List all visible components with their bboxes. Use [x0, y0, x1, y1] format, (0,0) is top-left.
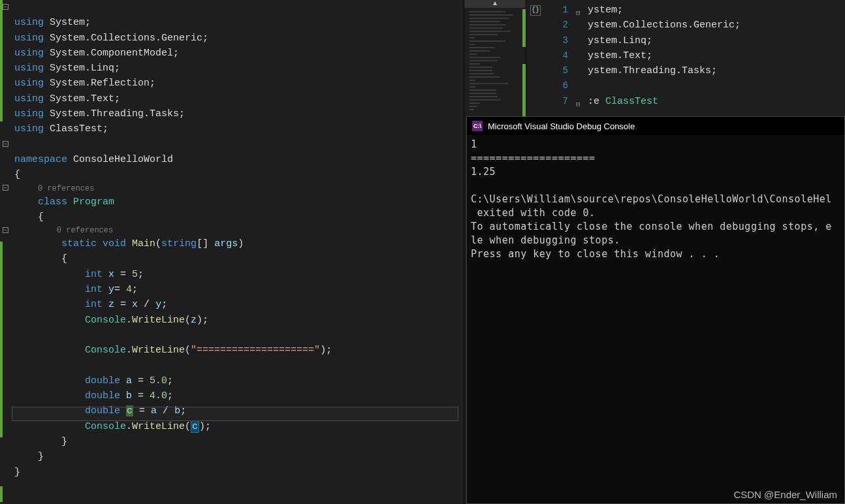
watermark-text: CSDN @Ender_William	[733, 489, 837, 500]
fold-icon[interactable]: −	[3, 185, 8, 191]
caret-line-highlight	[12, 407, 458, 421]
ns: System	[50, 17, 85, 28]
console-title-text: Microsoft Visual Studio Debug Console	[488, 121, 635, 131]
change-bar	[0, 242, 3, 437]
line-num: 5	[545, 63, 576, 78]
method-main: Main	[132, 238, 155, 249]
change-bar	[0, 0, 3, 121]
left-gutter: − − − −	[0, 0, 12, 504]
codelens[interactable]: 0 references	[14, 225, 464, 236]
fold-icon[interactable]: −	[3, 227, 8, 233]
fold-icon[interactable]: ⊟	[576, 97, 581, 112]
line-num: 7	[545, 94, 576, 109]
ns-name: ConsoleHelloWorld	[73, 154, 173, 165]
console-output: 1 ==================== 1.25 C:\Users\Wil…	[467, 135, 844, 264]
line-num: 3	[545, 33, 576, 48]
fold-icon[interactable]: −	[3, 141, 8, 147]
code-line: ystem;	[588, 3, 845, 18]
code-line: ystem.Threading.Tasks;	[588, 63, 845, 78]
code-line	[588, 78, 845, 93]
change-bar	[0, 486, 3, 502]
left-code-area[interactable]: using System; using System.Collections.G…	[12, 0, 464, 504]
code-line: ystem.Collections.Generic;	[588, 18, 845, 33]
line-num: 4	[545, 48, 576, 63]
kw-using: using	[14, 17, 44, 28]
left-editor-pane[interactable]: − − − − using System; using System.Colle…	[0, 0, 464, 504]
line-num: 6	[545, 78, 576, 93]
right-editor-pane[interactable]: {} 1⊟ystem; 2ystem.Collections.Generic; …	[526, 0, 845, 504]
minimap-change-marker	[522, 9, 526, 47]
line-num: 1	[545, 3, 576, 18]
minimap-body	[470, 9, 520, 112]
code-line: ystem.Text;	[588, 48, 845, 63]
minimap-change-marker	[522, 64, 526, 116]
console-titlebar[interactable]: C:\ Microsoft Visual Studio Debug Consol…	[467, 117, 844, 135]
codelens[interactable]: 0 references	[14, 183, 464, 195]
kw-namespace: namespace	[14, 154, 67, 165]
vs-console-icon: C:\	[472, 121, 483, 131]
caret-var: c	[191, 420, 199, 433]
code-line: :e ClassTest	[588, 94, 845, 109]
code-line: ystem.Linq;	[588, 33, 845, 48]
fold-icon[interactable]: −	[3, 4, 8, 10]
scroll-up-icon[interactable]: ▲	[464, 0, 526, 8]
class-name: Program	[73, 197, 114, 208]
line-num: 2	[545, 18, 576, 33]
scope-brace-icon[interactable]: {}	[530, 5, 541, 16]
debug-console-window[interactable]: C:\ Microsoft Visual Studio Debug Consol…	[466, 116, 845, 504]
